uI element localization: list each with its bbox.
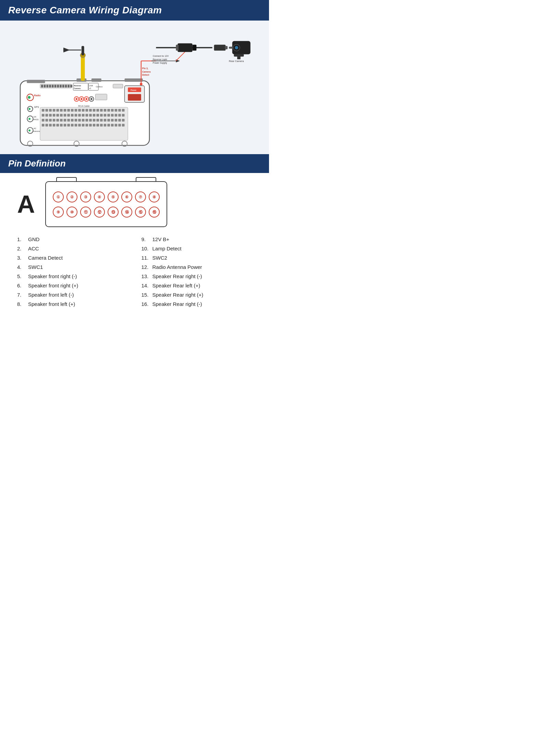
pin-11: ⑪ xyxy=(80,207,91,218)
svg-rect-107 xyxy=(60,119,63,122)
pin-item-number: 1. xyxy=(17,236,28,242)
svg-rect-70 xyxy=(93,109,96,112)
pin-item-number: 16. xyxy=(142,301,152,307)
svg-rect-27 xyxy=(57,85,59,87)
svg-rect-21 xyxy=(41,85,43,87)
pin-item: 11.SWC2 xyxy=(142,254,252,262)
svg-rect-31 xyxy=(68,85,70,87)
pin-definitions-list: 1.GND9.12V B+2.ACC10.Lamp Detect3.Camera… xyxy=(10,235,259,308)
svg-rect-82 xyxy=(53,114,56,117)
svg-text:GPS: GPS xyxy=(34,106,39,108)
pin-14: ⑭ xyxy=(121,207,132,218)
pin-2: ② xyxy=(66,191,77,202)
svg-point-13 xyxy=(28,118,30,120)
pin-item-label: Speaker front right (+) xyxy=(28,283,78,288)
svg-rect-30 xyxy=(65,85,67,87)
svg-rect-131 xyxy=(64,124,66,127)
pin-item-label: Lamp Detect xyxy=(152,246,182,251)
pin-item: 3.Camera Detect xyxy=(17,254,128,262)
svg-rect-88 xyxy=(75,114,77,117)
svg-rect-101 xyxy=(122,114,125,117)
svg-rect-83 xyxy=(56,114,59,117)
svg-rect-147 xyxy=(122,124,125,127)
svg-rect-78 xyxy=(122,109,125,112)
connector-box: ① ② ③ ④ ⑤ ⑥ ⑦ ⑧ ⑨ ⑩ ⑪ ⑫ ⑬ ⑭ ⑮ ⑯ xyxy=(45,181,167,227)
pin-6: ⑥ xyxy=(121,191,132,202)
svg-text:Camera: Camera xyxy=(142,71,151,73)
svg-rect-67 xyxy=(82,109,85,112)
svg-rect-25 xyxy=(52,85,54,87)
pin-item: 16.Speaker Rear right (-) xyxy=(142,300,252,308)
svg-point-10 xyxy=(28,108,30,110)
pin-item: 12.Radio Antenna Power xyxy=(142,263,252,271)
svg-rect-91 xyxy=(85,114,88,117)
svg-rect-114 xyxy=(85,119,88,122)
svg-rect-112 xyxy=(78,119,81,122)
pin-item-number: 15. xyxy=(142,292,152,298)
svg-point-46 xyxy=(90,98,93,100)
pin-item: 6.Speaker front right (+) xyxy=(17,282,128,289)
pin-13: ⑬ xyxy=(108,207,119,218)
pin-definition-section: A ① ② ③ ④ ⑤ ⑥ ⑦ ⑧ ⑨ ⑩ ⑪ ⑫ ⑬ ⑭ xyxy=(0,173,269,315)
svg-rect-53 xyxy=(128,94,141,101)
svg-rect-176 xyxy=(229,47,233,49)
svg-rect-86 xyxy=(67,114,70,117)
diagram-container: Radio GPS GK PASS 4G Antenna xyxy=(10,27,259,151)
svg-point-40 xyxy=(75,98,77,100)
svg-rect-57 xyxy=(45,109,48,112)
svg-rect-168 xyxy=(178,44,193,52)
connector-diagram: A ① ② ③ ④ ⑤ ⑥ ⑦ ⑧ ⑨ ⑩ ⑪ ⑫ ⑬ ⑭ xyxy=(10,181,259,227)
svg-rect-139 xyxy=(93,124,96,127)
svg-rect-77 xyxy=(118,109,121,112)
svg-rect-125 xyxy=(42,124,45,127)
svg-rect-110 xyxy=(71,119,74,122)
svg-point-175 xyxy=(235,46,238,49)
svg-rect-104 xyxy=(49,119,52,122)
svg-rect-124 xyxy=(122,119,125,122)
svg-rect-140 xyxy=(96,124,99,127)
svg-rect-74 xyxy=(107,109,110,112)
svg-rect-117 xyxy=(96,119,99,122)
pin-item-label: Camera Detect xyxy=(28,255,63,261)
svg-rect-76 xyxy=(115,109,118,112)
svg-rect-26 xyxy=(54,85,57,87)
pin-item-label: GND xyxy=(28,236,39,242)
svg-rect-136 xyxy=(82,124,85,127)
svg-rect-108 xyxy=(64,119,66,122)
pin-item-label: 12V B+ xyxy=(152,236,170,242)
pin-item: 9.12V B+ xyxy=(142,235,252,243)
svg-rect-69 xyxy=(89,109,92,112)
svg-rect-90 xyxy=(82,114,85,117)
svg-rect-113 xyxy=(82,119,85,122)
svg-rect-58 xyxy=(49,109,52,112)
pin-item: 4.SWC1 xyxy=(17,263,128,271)
svg-rect-48 xyxy=(95,94,107,100)
pin-5: ⑤ xyxy=(108,191,119,202)
svg-text:x2: x2 xyxy=(89,87,91,89)
pin-item-number: 2. xyxy=(17,246,28,251)
pin-item: 13.Speaker Rear right (-) xyxy=(142,272,252,280)
svg-rect-134 xyxy=(75,124,77,127)
svg-rect-133 xyxy=(71,124,74,127)
svg-rect-123 xyxy=(118,119,121,122)
pin-12: ⑫ xyxy=(94,207,105,218)
svg-rect-102 xyxy=(42,119,45,122)
svg-rect-54 xyxy=(113,84,123,88)
pin-item-label: ACC xyxy=(28,246,39,251)
svg-text:Power: Power xyxy=(131,89,137,91)
pin-item-number: 10. xyxy=(142,246,152,251)
pin-item-label: Speaker front left (+) xyxy=(28,301,75,307)
svg-point-44 xyxy=(85,98,87,100)
svg-rect-84 xyxy=(60,114,63,117)
pin-item: 7.Speaker front left (-) xyxy=(17,291,128,299)
svg-text:PASS: PASS xyxy=(34,119,39,121)
svg-rect-85 xyxy=(64,114,66,117)
svg-rect-172 xyxy=(225,46,228,49)
svg-rect-5 xyxy=(125,78,143,82)
svg-rect-96 xyxy=(104,114,107,117)
svg-rect-79 xyxy=(42,114,45,117)
pin-item-number: 9. xyxy=(142,236,152,242)
connector-tab-left xyxy=(56,177,77,182)
svg-rect-144 xyxy=(111,124,114,127)
pin-definition-title: Pin Definition xyxy=(8,158,66,169)
